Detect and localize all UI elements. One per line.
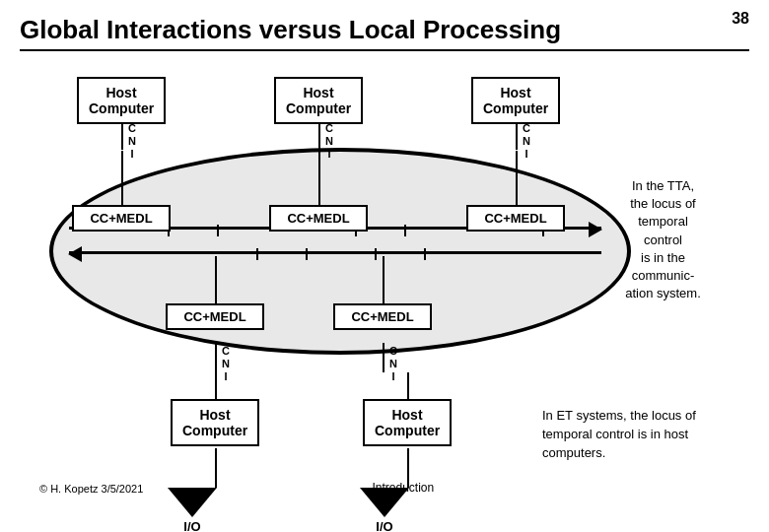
cni-line-tm bbox=[318, 120, 320, 150]
vline-tl-cc bbox=[121, 151, 123, 205]
vline-bus-bl bbox=[215, 256, 217, 303]
cni-label-tl: CNI bbox=[128, 122, 136, 162]
cni-label-tr: CNI bbox=[523, 122, 530, 162]
tick-8 bbox=[375, 248, 377, 260]
vline-tm-cc bbox=[318, 151, 320, 205]
cni-line-tr bbox=[516, 120, 518, 150]
tick-4 bbox=[404, 225, 406, 236]
io-left: I/O bbox=[168, 488, 217, 532]
vline-bl-host bbox=[215, 372, 217, 399]
cni-line-br bbox=[383, 343, 384, 372]
diagram-area: HostComputer CNI CC+MEDL HostComputer CN… bbox=[20, 59, 749, 502]
tick-9 bbox=[424, 248, 426, 260]
cc-top-right: CC+MEDL bbox=[466, 205, 565, 232]
io-label-right: I/O bbox=[360, 519, 409, 532]
page: 38 Global Interactions versus Local Proc… bbox=[0, 0, 769, 532]
cc-top-mid: CC+MEDL bbox=[269, 205, 368, 232]
tick-7 bbox=[306, 248, 308, 260]
host-top-mid: HostComputer bbox=[274, 77, 363, 124]
page-number: 38 bbox=[732, 10, 749, 28]
cni-label-br: CNI bbox=[389, 345, 397, 384]
copyright-label: © H. Kopetz 3/5/2021 bbox=[39, 483, 143, 495]
host-bot-left: HostComputer bbox=[171, 399, 259, 446]
cni-line-tl bbox=[121, 120, 123, 150]
cni-label-bl: CNI bbox=[222, 345, 230, 384]
page-title: Global Interactions versus Local Process… bbox=[20, 15, 749, 51]
io-triangle-right bbox=[360, 488, 409, 517]
io-label-left: I/O bbox=[168, 519, 217, 532]
cc-bot-right: CC+MEDL bbox=[333, 303, 432, 330]
cni-label-tm: CNI bbox=[325, 122, 333, 162]
tick-6 bbox=[256, 248, 258, 260]
vline-tr-cc bbox=[516, 151, 518, 205]
cc-top-left: CC+MEDL bbox=[72, 205, 171, 232]
cni-line-bl bbox=[215, 343, 217, 372]
vline-host-io-l bbox=[215, 448, 217, 488]
vline-bus-br bbox=[383, 256, 384, 303]
host-bot-right: HostComputer bbox=[363, 399, 452, 446]
io-right: I/O bbox=[360, 488, 409, 532]
cc-bot-left: CC+MEDL bbox=[166, 303, 264, 330]
host-top-right: HostComputer bbox=[471, 77, 560, 124]
vline-host-io-r bbox=[407, 448, 409, 488]
bus-arrow-left bbox=[69, 251, 601, 254]
host-top-left: HostComputer bbox=[77, 77, 166, 124]
vline-br-host bbox=[407, 372, 409, 399]
tick-2 bbox=[217, 225, 219, 236]
io-triangle-left bbox=[168, 488, 217, 517]
et-systems-text: In ET systems, the locus of temporal con… bbox=[542, 407, 739, 463]
